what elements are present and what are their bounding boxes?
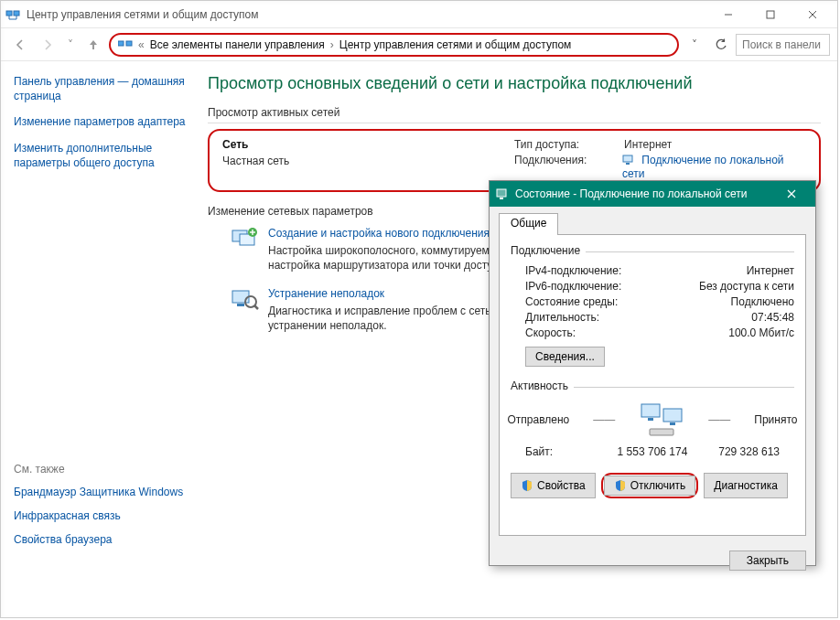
svg-rect-9 — [118, 41, 124, 46]
nav-back-button[interactable] — [8, 33, 32, 57]
connections-label: Подключения: — [514, 154, 622, 180]
sidebar-link-infrared[interactable]: Инфракрасная связь — [14, 508, 188, 523]
disable-button-highlight: Отключить — [601, 473, 699, 498]
access-type-label: Тип доступа: — [514, 138, 624, 151]
activity-dash-icon-2: —— — [708, 413, 730, 426]
address-bar: ˅ « Все элементы панели управления › Цен… — [1, 28, 837, 61]
close-dialog-button[interactable]: Закрыть — [729, 551, 806, 571]
access-type-value: Интернет — [624, 138, 672, 151]
window-title: Центр управления сетями и общим доступом — [27, 8, 259, 21]
sent-label: Отправлено — [508, 413, 570, 426]
ipv6-label: IPv6-подключение: — [525, 280, 621, 293]
received-label: Принято — [754, 413, 797, 426]
disable-button[interactable]: Отключить — [604, 476, 696, 496]
dialog-footer: Закрыть — [490, 545, 815, 576]
speed-value: 100.0 Мбит/с — [728, 326, 794, 339]
svg-rect-10 — [126, 41, 132, 46]
breadcrumb-chevron-icon: « — [138, 38, 145, 51]
breadcrumb-icon — [118, 38, 133, 51]
nav-forward-button[interactable] — [36, 33, 59, 57]
sidebar-link-browser-props[interactable]: Свойства браузера — [14, 532, 188, 547]
see-also-heading: См. также — [14, 463, 188, 476]
two-computers-icon — [639, 401, 684, 438]
search-input[interactable] — [742, 38, 824, 51]
breadcrumb-item-2[interactable]: Центр управления сетями и общим доступом — [339, 38, 572, 51]
history-dropdown-button[interactable]: ˅ — [63, 33, 78, 57]
duration-value: 07:45:48 — [751, 311, 794, 324]
refresh-button[interactable] — [710, 34, 732, 56]
dialog-close-button[interactable] — [773, 182, 810, 206]
sidebar-link-home[interactable]: Панель управления — домашняя страница — [14, 74, 188, 103]
svg-rect-18 — [232, 291, 249, 303]
shield-icon — [614, 479, 627, 492]
properties-button[interactable]: Свойства — [511, 473, 596, 498]
bytes-label: Байт: — [525, 445, 609, 458]
breadcrumb[interactable]: « Все элементы панели управления › Центр… — [109, 33, 679, 57]
nav-up-button[interactable] — [81, 33, 105, 57]
media-state-value: Подключено — [731, 295, 794, 308]
svg-rect-23 — [500, 198, 503, 199]
svg-rect-0 — [6, 11, 12, 16]
sidebar-link-sharing-settings[interactable]: Изменить дополнительные параметры общего… — [14, 141, 188, 170]
svg-rect-1 — [14, 11, 19, 16]
active-network-left: Сеть Частная сеть — [222, 138, 514, 183]
connection-link[interactable]: Подключение по локальной сети — [622, 154, 784, 180]
svg-rect-22 — [497, 189, 506, 197]
svg-rect-11 — [623, 155, 632, 162]
active-network-right: Тип доступа: Интернет Подключения: Подкл… — [514, 138, 806, 183]
svg-rect-6 — [767, 11, 774, 18]
duration-label: Длительность: — [525, 311, 599, 324]
ipv4-label: IPv4-подключение: — [525, 264, 621, 277]
bytes-sent-value: 1 553 706 174 — [610, 445, 695, 458]
page-heading: Просмотр основных сведений о сети и наст… — [208, 74, 821, 93]
dialog-button-group: Свойства Отключить Диагностика — [511, 473, 794, 498]
speed-label: Скорость: — [525, 326, 576, 339]
svg-line-21 — [254, 305, 258, 309]
ipv4-value: Интернет — [747, 264, 794, 277]
svg-rect-19 — [237, 304, 244, 306]
tab-content: Подключение IPv4-подключение:Интернет IP… — [499, 234, 806, 536]
address-dropdown-button[interactable]: ˅ — [683, 33, 706, 57]
breadcrumb-item-1[interactable]: Все элементы панели управления — [150, 38, 325, 51]
svg-rect-26 — [641, 404, 660, 417]
dialog-title: Состояние - Подключение по локальной сет… — [515, 187, 748, 200]
close-button[interactable] — [792, 2, 834, 27]
svg-rect-30 — [650, 429, 673, 435]
sidebar-link-firewall[interactable]: Брандмауэр Защитника Windows — [14, 485, 188, 499]
diagnose-button[interactable]: Диагностика — [704, 473, 788, 498]
see-also-links: Брандмауэр Защитника Windows Инфракрасна… — [14, 485, 188, 548]
network-name: Сеть — [222, 138, 514, 151]
action-troubleshoot-link[interactable]: Устранение неполадок — [268, 287, 384, 300]
ipv6-value: Без доступа к сети — [699, 280, 794, 293]
dialog-icon — [495, 187, 510, 201]
shield-icon — [521, 479, 533, 492]
activity-diagram: Отправлено —— —— Принято — [511, 401, 794, 438]
dialog-body: Общие Подключение IPv4-подключение:Интер… — [490, 207, 815, 545]
sidebar: Панель управления — домашняя страница Из… — [1, 61, 200, 617]
connection-section-heading: Подключение — [511, 244, 794, 257]
disable-button-label: Отключить — [630, 479, 686, 492]
activity-section-heading: Активность — [511, 379, 794, 392]
dialog-titlebar[interactable]: Состояние - Подключение по локальной сет… — [490, 181, 815, 207]
network-type: Частная сеть — [222, 155, 514, 167]
bytes-received-value: 729 328 613 — [695, 445, 780, 458]
minimize-button[interactable] — [707, 2, 749, 27]
bytes-row: Байт: 1 553 706 174 729 328 613 — [525, 445, 780, 458]
svg-rect-28 — [663, 409, 682, 422]
titlebar: Центр управления сетями и общим доступом — [1, 1, 837, 28]
media-state-label: Состояние среды: — [525, 295, 618, 308]
search-box[interactable] — [736, 34, 830, 56]
activity-dash-icon: —— — [593, 413, 615, 426]
details-button[interactable]: Сведения... — [525, 347, 605, 367]
connection-icon — [622, 155, 635, 167]
properties-button-label: Свойства — [537, 479, 586, 492]
tab-strip: Общие — [499, 212, 806, 234]
tab-general[interactable]: Общие — [499, 213, 558, 235]
svg-rect-12 — [626, 163, 630, 165]
sidebar-link-adapter-settings[interactable]: Изменение параметров адаптера — [14, 114, 188, 129]
maximize-button[interactable] — [749, 2, 792, 27]
svg-rect-27 — [648, 418, 653, 421]
new-connection-icon — [230, 227, 261, 254]
connection-status-dialog: Состояние - Подключение по локальной сет… — [489, 180, 816, 566]
active-networks-heading: Просмотр активных сетей — [208, 106, 821, 123]
